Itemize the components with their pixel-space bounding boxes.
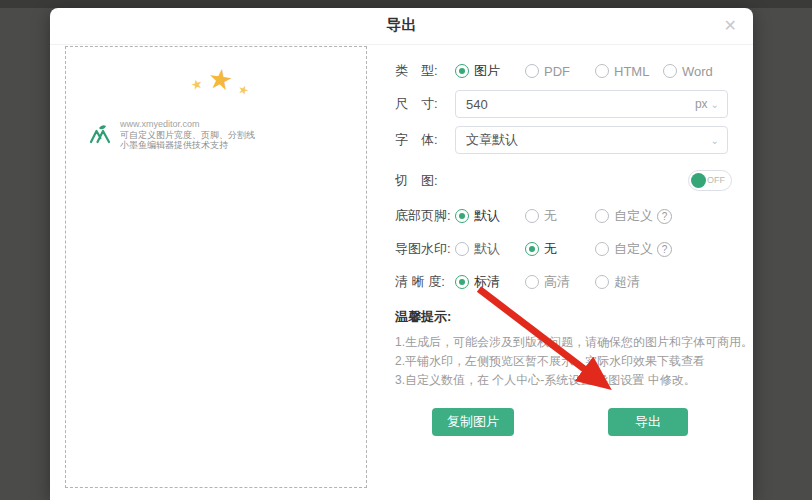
size-value: 540 — [456, 97, 695, 112]
toggle-knob — [691, 173, 706, 188]
field-label: 导图水印: — [395, 240, 455, 258]
radio-definition-hd[interactable]: 高清 — [525, 273, 595, 291]
row-slice: 切 图: OFF — [395, 172, 455, 190]
dialog-actions: 复制图片 导出 — [395, 408, 740, 436]
copy-image-button[interactable]: 复制图片 — [432, 408, 514, 436]
dialog-title: 导出 — [50, 16, 753, 35]
row-export-type: 类 型: 图片 PDF HTML Word — [395, 62, 713, 80]
size-input[interactable]: 540 px ⌄ — [455, 90, 728, 118]
watermark-block: www.xmyeditor.com 可自定义图片宽度、页脚、分割线 小墨鱼编辑器… — [88, 119, 255, 151]
background-top-strip — [0, 0, 812, 8]
radio-icon — [663, 64, 677, 78]
help-icon[interactable]: ? — [657, 209, 672, 224]
watermark-text: www.xmyeditor.com 可自定义图片宽度、页脚、分割线 小墨鱼编辑器… — [120, 119, 255, 151]
row-definition: 清 晰 度: 标清 高清 超清 — [395, 273, 640, 291]
star-icon: ★ — [189, 76, 204, 94]
star-icon: ★ — [206, 61, 235, 97]
radio-icon — [525, 275, 539, 289]
radio-type-word[interactable]: Word — [663, 64, 713, 79]
radio-type-image[interactable]: 图片 — [455, 62, 525, 80]
tips-line: 3.自定义数值，在 个人中心-系统设置-导图设置 中修改。 — [395, 371, 740, 390]
tips-line: 1.生成后，可能会涉及到版权问题，请确保您的图片和字体可商用。 — [395, 333, 740, 352]
field-label: 类 型: — [395, 62, 455, 80]
field-label: 字 体: — [395, 131, 455, 149]
row-font: 字 体: 文章默认 ⌄ — [395, 126, 728, 154]
watermark-line: 小墨鱼编辑器提供技术支持 — [120, 140, 255, 151]
radio-icon — [525, 209, 539, 223]
radio-watermark-none[interactable]: 无 — [525, 240, 595, 258]
unit-dropdown[interactable]: px ⌄ — [695, 97, 727, 111]
tips-block: 温馨提示: 1.生成后，可能会涉及到版权问题，请确保您的图片和字体可商用。 2.… — [395, 308, 740, 390]
tips-line: 2.平铺水印，左侧预览区暂不展示，实际水印效果下载查看 — [395, 352, 740, 371]
radio-definition-uhd[interactable]: 超清 — [595, 273, 640, 291]
star-icon: ★ — [236, 82, 251, 99]
radio-footer-custom[interactable]: 自定义 — [595, 207, 653, 225]
export-dialog: 导出 ✕ ★ ★ ★ www.xmyeditor.com 可自定义图片宽度、页脚… — [50, 8, 753, 500]
export-preview-area: ★ ★ ★ www.xmyeditor.com 可自定义图片宽度、页脚、分割线 … — [65, 46, 367, 488]
radio-icon — [525, 64, 539, 78]
preview-stars: ★ ★ ★ — [66, 57, 366, 101]
radio-type-html[interactable]: HTML — [595, 64, 663, 79]
field-label: 清 晰 度: — [395, 273, 455, 291]
row-watermark: 导图水印: 默认 无 自定义 ? — [395, 240, 672, 258]
toggle-state-label: OFF — [707, 175, 725, 185]
export-button[interactable]: 导出 — [608, 408, 688, 436]
radio-icon — [455, 209, 469, 223]
radio-footer-default[interactable]: 默认 — [455, 207, 525, 225]
dialog-header: 导出 ✕ — [50, 8, 753, 45]
slice-toggle[interactable]: OFF — [688, 170, 732, 191]
radio-icon — [595, 242, 609, 256]
font-select[interactable]: 文章默认 ⌄ — [455, 126, 728, 154]
radio-icon — [455, 275, 469, 289]
field-label: 切 图: — [395, 172, 455, 190]
chevron-down-icon: ⌄ — [711, 99, 719, 110]
radio-definition-sd[interactable]: 标清 — [455, 273, 525, 291]
font-value: 文章默认 — [456, 131, 708, 149]
xmyeditor-logo-icon — [88, 122, 112, 146]
watermark-line: 可自定义图片宽度、页脚、分割线 — [120, 130, 255, 141]
radio-icon — [595, 64, 609, 78]
field-label: 底部页脚: — [395, 207, 455, 225]
field-label: 尺 寸: — [395, 95, 455, 113]
radio-footer-none[interactable]: 无 — [525, 207, 595, 225]
radio-icon — [525, 242, 539, 256]
radio-watermark-default[interactable]: 默认 — [455, 240, 525, 258]
radio-type-pdf[interactable]: PDF — [525, 64, 595, 79]
radio-icon — [595, 209, 609, 223]
radio-watermark-custom[interactable]: 自定义 — [595, 240, 653, 258]
help-icon[interactable]: ? — [657, 242, 672, 257]
chevron-down-icon: ⌄ — [711, 135, 719, 146]
tips-heading: 温馨提示: — [395, 308, 740, 326]
radio-icon — [595, 275, 609, 289]
radio-icon — [455, 242, 469, 256]
row-size: 尺 寸: 540 px ⌄ — [395, 90, 728, 118]
watermark-url: www.xmyeditor.com — [120, 119, 255, 130]
radio-icon — [455, 64, 469, 78]
close-icon[interactable]: ✕ — [724, 17, 737, 35]
row-footer: 底部页脚: 默认 无 自定义 ? — [395, 207, 672, 225]
